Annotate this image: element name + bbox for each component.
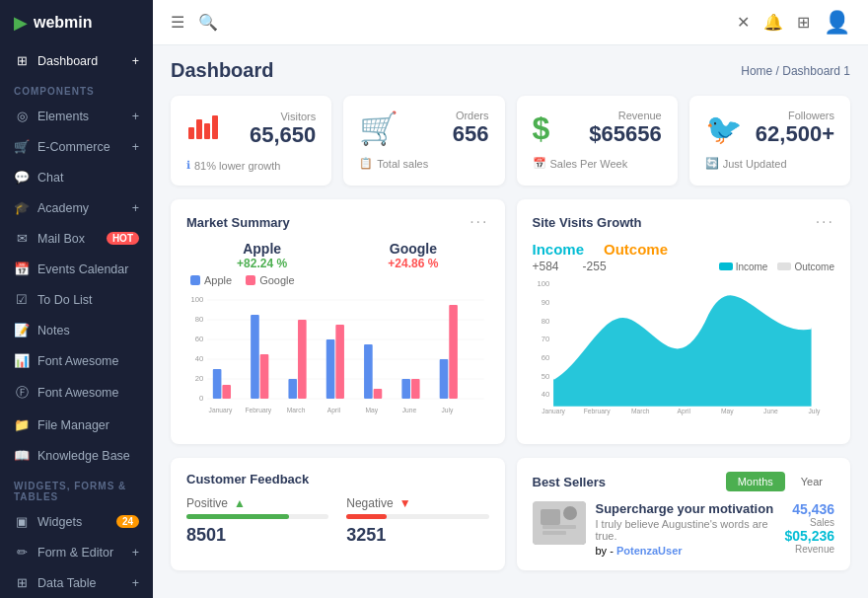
- sidebar-item-chat[interactable]: 💬Chat: [0, 162, 153, 192]
- logo-icon: ▶: [14, 12, 28, 34]
- site-visits-more[interactable]: ···: [816, 213, 834, 231]
- best-revenue-label: Revenue: [784, 544, 834, 555]
- knowledgebase-icon: 📖: [14, 448, 30, 463]
- svg-rect-20: [288, 379, 297, 399]
- svg-rect-22: [326, 339, 335, 399]
- sidebar: ▶ webmin ⊞ Dashboard + Components ◎Eleme…: [0, 0, 153, 598]
- followers-sub-icon: 🔄: [705, 157, 719, 170]
- sidebar-item-notes[interactable]: 📝Notes: [0, 315, 153, 345]
- sidebar-item-filemanager[interactable]: 📁File Manager: [0, 410, 153, 440]
- best-item-by: by - PotenzaUser: [596, 545, 775, 557]
- market-summary-more[interactable]: ···: [470, 213, 488, 231]
- positive-value: 8501: [186, 525, 328, 546]
- positive-label: Positive: [186, 496, 228, 510]
- negative-bar: [346, 514, 386, 519]
- ecommerce-icon: 🛒: [14, 139, 30, 154]
- followers-value: 62,500+: [756, 121, 834, 147]
- svg-text:May: May: [365, 407, 378, 414]
- apple-legend: Apple: [190, 274, 232, 286]
- svg-text:June: June: [402, 407, 417, 413]
- breadcrumb-current: Dashboard 1: [782, 64, 850, 78]
- visitors-value: 65,650: [250, 122, 316, 148]
- svg-text:April: April: [327, 407, 341, 414]
- svg-text:April: April: [677, 408, 690, 415]
- events-icon: 📅: [14, 262, 30, 276]
- sidebar-item-label: Dashboard: [37, 54, 98, 68]
- revenue-sub: 📅 Sales Per Week: [533, 157, 662, 170]
- svg-rect-23: [335, 325, 344, 399]
- positive-bar: [186, 514, 289, 519]
- fontawesome-icon: Ⓕ: [14, 384, 30, 402]
- notes-icon: 📝: [14, 323, 30, 337]
- best-sales-value: 45,436: [784, 501, 834, 517]
- sidebar-item-todo[interactable]: ☑To Do List: [0, 284, 153, 315]
- svg-text:March: March: [630, 408, 649, 414]
- sidebar-item-charts[interactable]: 📊Font Awesome: [0, 345, 153, 376]
- search-icon[interactable]: 🔍: [198, 13, 218, 32]
- orders-label: Orders: [453, 110, 489, 121]
- sidebar-item-widgets[interactable]: ▣Widgets 24: [0, 506, 153, 537]
- svg-rect-17: [222, 385, 231, 399]
- page-title: Dashboard: [171, 59, 273, 82]
- svg-text:100: 100: [190, 295, 203, 304]
- svg-text:20: 20: [195, 374, 204, 383]
- svg-text:60: 60: [195, 335, 204, 343]
- best-seller-item: Supercharge your motivation I truly beli…: [533, 501, 835, 557]
- orders-icon: 🛒: [359, 110, 398, 147]
- best-revenue-value: $05,236: [784, 528, 834, 544]
- chat-icon: 💬: [14, 170, 30, 185]
- thumbnail-placeholder: [533, 501, 586, 545]
- visitors-icon: [186, 110, 222, 149]
- sidebar-item-fontawesome[interactable]: ⒻFont Awesome: [0, 376, 153, 410]
- widgets-badge: 24: [116, 515, 139, 528]
- sidebar-item-ecommerce[interactable]: 🛒E-Commerce+: [0, 131, 153, 162]
- svg-text:60: 60: [541, 353, 549, 362]
- google-name: Google: [388, 241, 438, 257]
- stats-row: Visitors 65,650 ℹ 81% lower growth 🛒 Ord…: [171, 96, 850, 186]
- grid-icon[interactable]: ⊞: [797, 13, 810, 32]
- svg-rect-2: [204, 123, 210, 139]
- followers-sub: 🔄 Just Updated: [705, 157, 834, 170]
- svg-text:0: 0: [199, 394, 204, 403]
- svg-text:February: February: [245, 407, 271, 414]
- sidebar-item-mailbox[interactable]: ✉Mail Box HOT: [0, 223, 153, 254]
- sidebar-item-formeditor[interactable]: ✏Form & Editor+: [0, 537, 153, 567]
- sidebar-item-academy[interactable]: 🎓Academy+: [0, 192, 153, 223]
- best-stats: 45,436 Sales $05,236 Revenue: [784, 501, 834, 555]
- breadcrumb-home: Home: [741, 64, 772, 78]
- svg-rect-26: [401, 379, 410, 399]
- outcome-value: -255: [583, 260, 607, 273]
- outcome-label: Outcome: [604, 241, 668, 258]
- tab-year[interactable]: Year: [789, 472, 834, 491]
- sidebar-item-knowledgebase[interactable]: 📖Knowledge Base: [0, 440, 153, 471]
- content-area: Dashboard Home / Dashboard 1 Visitors 65…: [153, 45, 868, 598]
- avatar[interactable]: 👤: [824, 10, 850, 36]
- svg-rect-52: [541, 509, 560, 525]
- tab-months[interactable]: Months: [726, 472, 785, 491]
- best-sellers-card: Best Sellers Months Year: [517, 458, 851, 570]
- revenue-icon: $: [533, 111, 550, 147]
- sidebar-item-elements[interactable]: ◎Elements+: [0, 101, 153, 131]
- main-content: ☰ 🔍 ✕ 🔔 ⊞ 👤 Dashboard Home / Dashboard 1: [153, 0, 868, 598]
- topbar: ☰ 🔍 ✕ 🔔 ⊞ 👤: [153, 0, 868, 45]
- widgets-icon: ▣: [14, 514, 30, 529]
- menu-icon[interactable]: ☰: [171, 13, 184, 32]
- best-item-desc: I truly believe Augustine's words are tr…: [596, 518, 775, 542]
- sidebar-item-datatable[interactable]: ⊞Data Table+: [0, 567, 153, 598]
- academy-icon: 🎓: [14, 200, 30, 215]
- svg-rect-1: [196, 119, 202, 139]
- svg-rect-16: [213, 369, 222, 399]
- income-value: +584: [533, 260, 559, 273]
- sidebar-item-dashboard[interactable]: ⊞ Dashboard +: [0, 45, 153, 76]
- svg-text:May: May: [720, 408, 733, 415]
- svg-text:January: January: [209, 407, 233, 414]
- svg-rect-28: [440, 359, 449, 399]
- close-icon[interactable]: ✕: [737, 13, 750, 32]
- market-summary-title: Market Summary: [186, 215, 290, 230]
- sidebar-item-events[interactable]: 📅Events Calendar: [0, 254, 153, 284]
- svg-rect-25: [374, 389, 383, 399]
- sidebar-section-widgets: Widgets, Forms & Tables: [0, 471, 153, 506]
- customer-feedback-card: Customer Feedback Positive ▲ 8501: [171, 458, 505, 570]
- revenue-sub-icon: 📅: [533, 157, 546, 170]
- bell-icon[interactable]: 🔔: [763, 13, 783, 32]
